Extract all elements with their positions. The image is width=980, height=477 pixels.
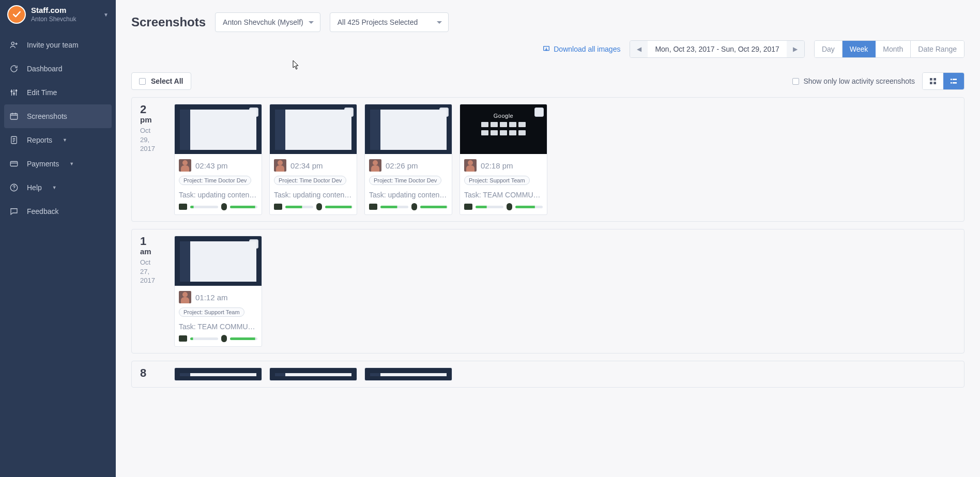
- svg-rect-12: [930, 82, 932, 84]
- project-pill: Project: Time Doctor Dev: [369, 176, 441, 185]
- project-pill: Project: Time Doctor Dev: [274, 176, 346, 185]
- svg-point-0: [11, 42, 14, 44]
- select-all-button[interactable]: Select All: [131, 72, 191, 90]
- mouse-icon: [221, 335, 227, 342]
- svg-rect-17: [953, 82, 957, 84]
- screenshot-card[interactable]: [174, 367, 262, 381]
- date-range-display[interactable]: Mon, Oct 23, 2017 - Sun, Oct 29, 2017: [648, 41, 786, 57]
- screenshot-group: 8: [131, 361, 964, 388]
- nav-payments[interactable]: Payments ▼: [0, 152, 116, 176]
- group-ampm: am: [140, 247, 164, 256]
- range-tab-custom[interactable]: Date Range: [910, 41, 964, 57]
- user-avatar: [464, 159, 477, 172]
- range-tab-week[interactable]: Week: [842, 41, 876, 57]
- sidebar: Staff.com Anton Shevchuk ▼ Invite your t…: [0, 0, 116, 477]
- nav-label: Edit Time: [27, 88, 57, 97]
- screenshot-card[interactable]: 02:43 pm Project: Time Doctor Dev Task: …: [174, 104, 262, 215]
- checkbox-icon: [792, 78, 799, 85]
- date-next-button[interactable]: ▶: [787, 41, 804, 57]
- screenshot-checkbox[interactable]: [534, 107, 544, 117]
- screenshot-thumbnail[interactable]: [175, 368, 262, 380]
- view-list-button[interactable]: [943, 73, 964, 89]
- credit-card-icon: [9, 159, 19, 168]
- screenshot-card[interactable]: Google 02:18 pm Project: Support Team Ta…: [460, 104, 547, 215]
- user-select[interactable]: Anton Shevchuk (Myself): [215, 12, 320, 32]
- project-pill: Project: Time Doctor Dev: [179, 176, 251, 185]
- card-body: 02:26 pm Project: Time Doctor Dev Task: …: [365, 154, 452, 214]
- nav-screenshots[interactable]: Screenshots: [4, 104, 112, 128]
- screenshot-card[interactable]: [269, 367, 357, 381]
- keyboard-icon: [369, 204, 377, 210]
- screenshot-thumbnail[interactable]: [365, 368, 452, 380]
- group-time-label: 8: [140, 367, 164, 379]
- range-tab-day[interactable]: Day: [815, 41, 842, 57]
- screenshot-time: 02:26 pm: [386, 161, 418, 170]
- nav-label: Reports: [27, 136, 52, 144]
- nav-dashboard[interactable]: Dashboard: [0, 57, 116, 81]
- screenshot-card[interactable]: 02:34 pm Project: Time Doctor Dev Task: …: [269, 104, 357, 215]
- card-body: 01:12 am Project: Support Team Task: TEA…: [175, 286, 262, 346]
- keyboard-icon: [179, 204, 187, 210]
- screenshot-card[interactable]: 01:12 am Project: Support Team Task: TEA…: [174, 236, 262, 347]
- nav-label: Help: [27, 183, 42, 192]
- nav-label: Dashboard: [27, 65, 63, 73]
- screenshot-card[interactable]: [364, 367, 452, 381]
- sliders-icon: [9, 88, 19, 97]
- nav-edit-time[interactable]: Edit Time: [0, 81, 116, 104]
- screenshot-thumbnail[interactable]: [175, 236, 262, 286]
- chat-icon: [9, 207, 19, 216]
- screenshot-thumbnail[interactable]: [270, 368, 357, 380]
- task-label: Task: updating content…: [179, 191, 257, 199]
- group-ampm: pm: [140, 115, 164, 124]
- low-activity-toggle[interactable]: Show only low activity screenshots: [792, 77, 915, 85]
- document-icon: [9, 135, 19, 145]
- range-tab-month[interactable]: Month: [875, 41, 910, 57]
- brand-switcher[interactable]: Staff.com Anton Shevchuk ▼: [0, 0, 116, 33]
- screenshot-time: 02:43 pm: [195, 161, 228, 170]
- screenshot-time: 01:12 am: [195, 293, 228, 302]
- screenshot-thumbnail[interactable]: Google: [460, 104, 547, 154]
- list-icon: [950, 77, 958, 85]
- screenshot-thumbnail[interactable]: [175, 104, 262, 154]
- brand-title: Staff.com: [31, 6, 76, 15]
- activity-bars: [369, 203, 448, 210]
- mouse-icon: [316, 203, 322, 210]
- screenshot-time: 02:34 pm: [290, 161, 323, 170]
- low-activity-label: Show only low activity screenshots: [803, 77, 915, 85]
- card-body: 02:34 pm Project: Time Doctor Dev Task: …: [270, 154, 357, 214]
- card-body: 02:43 pm Project: Time Doctor Dev Task: …: [175, 154, 262, 214]
- view-grid-button[interactable]: [923, 73, 943, 89]
- main: Screenshots Anton Shevchuk (Myself) All …: [116, 0, 980, 477]
- user-avatar: [274, 159, 286, 172]
- nav-label: Screenshots: [27, 112, 67, 120]
- svg-rect-16: [951, 82, 952, 84]
- activity-bars: [179, 203, 257, 210]
- nav-feedback[interactable]: Feedback: [0, 199, 116, 223]
- user-plus-icon: [9, 40, 19, 50]
- screenshot-thumbnail[interactable]: [365, 104, 452, 154]
- range-tabs: Day Week Month Date Range: [814, 40, 964, 58]
- group-hour: 2: [140, 104, 164, 115]
- download-all-link[interactable]: Download all images: [542, 45, 620, 53]
- nav-help[interactable]: Help ▼: [0, 176, 116, 199]
- page-title: Screenshots: [131, 15, 206, 29]
- user-avatar: [369, 159, 381, 172]
- screenshot-thumbnail[interactable]: [270, 104, 357, 154]
- svg-rect-6: [10, 162, 18, 166]
- download-icon: [542, 45, 550, 53]
- activity-bars: [464, 203, 543, 210]
- refresh-icon: [9, 64, 19, 73]
- download-all-label: Download all images: [554, 45, 620, 53]
- screenshot-card[interactable]: 02:26 pm Project: Time Doctor Dev Task: …: [364, 104, 452, 215]
- chevron-down-icon: ▼: [52, 185, 57, 190]
- nav-invite[interactable]: Invite your team: [0, 33, 116, 57]
- project-select[interactable]: All 425 Projects Selected: [330, 12, 449, 32]
- help-icon: [9, 183, 19, 192]
- nav-reports[interactable]: Reports ▼: [0, 128, 116, 152]
- date-prev-button[interactable]: ◀: [630, 41, 648, 57]
- chevron-down-icon: ▼: [69, 161, 74, 166]
- mouse-icon: [507, 203, 512, 210]
- mouse-icon: [411, 203, 417, 210]
- nav-label: Invite your team: [27, 41, 79, 49]
- svg-rect-4: [10, 114, 18, 119]
